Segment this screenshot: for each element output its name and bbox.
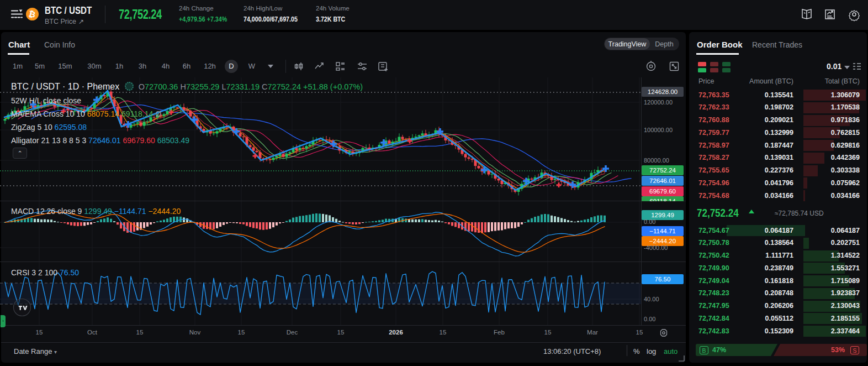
svg-text:15: 15: [440, 329, 447, 336]
svg-text:15: 15: [36, 329, 43, 336]
svg-text:15: 15: [544, 329, 552, 336]
svg-text:Mar: Mar: [587, 329, 598, 336]
svg-text:Nov: Nov: [189, 329, 201, 336]
svg-text:Dec: Dec: [287, 329, 298, 336]
svg-text:15: 15: [136, 329, 144, 336]
svg-text:15: 15: [238, 329, 245, 336]
svg-text:15: 15: [636, 329, 643, 336]
svg-text:Oct: Oct: [87, 329, 98, 336]
svg-text:15: 15: [337, 329, 345, 336]
svg-text:2026: 2026: [389, 329, 403, 336]
svg-text:Feb: Feb: [494, 329, 505, 336]
